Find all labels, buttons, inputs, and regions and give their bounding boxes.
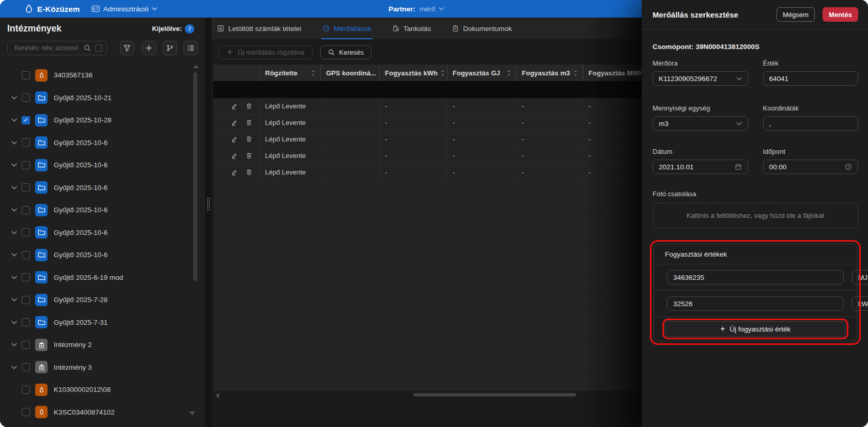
tree-item-checkbox[interactable] <box>22 318 30 326</box>
add-button[interactable] <box>142 41 156 55</box>
filter-button[interactable] <box>120 41 134 55</box>
tree-item[interactable]: Gyűjtő 2025-6-19 mod <box>0 266 205 289</box>
search-icon[interactable] <box>84 44 91 52</box>
tree-item-checkbox[interactable] <box>22 71 30 80</box>
sidebar-scrollbar-thumb[interactable] <box>193 72 197 281</box>
edit-row-icon[interactable] <box>230 119 238 126</box>
tree-item[interactable]: Gyűjtő 2025-10-6 <box>0 222 205 244</box>
admin-menu[interactable]: Adminisztráció <box>91 5 158 13</box>
cancel-button[interactable]: Mégsem <box>777 7 815 22</box>
tree-item-checkbox[interactable] <box>22 296 30 304</box>
sort-icon[interactable] <box>570 70 578 76</box>
partner-selector[interactable]: Partner: mérő <box>389 0 444 18</box>
tree-item[interactable]: Gyűjtő 2025-7-28 <box>0 289 205 311</box>
tree-item-checkbox[interactable] <box>22 228 30 236</box>
tree-structure-button[interactable] <box>163 41 177 55</box>
time-picker[interactable]: 00:00 <box>763 160 859 174</box>
table-search-button[interactable]: Keresés <box>320 45 371 59</box>
column-header[interactable]: GPS koordiná... <box>320 65 379 81</box>
coordinates-input[interactable] <box>763 116 859 131</box>
new-reading-button[interactable]: Új mérőállás rögzítése <box>219 45 313 59</box>
chevron-down-icon[interactable] <box>11 231 17 234</box>
tree-item-checkbox[interactable] <box>22 363 30 371</box>
chevron-down-icon[interactable] <box>11 96 17 100</box>
tree-item[interactable]: Gyűjtő 2025-10-6 <box>0 244 205 266</box>
chevron-down-icon[interactable] <box>11 208 17 212</box>
tree-item-checkbox[interactable] <box>22 93 30 102</box>
date-picker[interactable]: 2021.10.01 <box>653 160 748 174</box>
consumption-value-input[interactable] <box>667 296 844 311</box>
unit-select[interactable]: m3 <box>653 116 748 131</box>
add-consumption-value-button[interactable]: + Új fogyasztási érték <box>665 321 846 337</box>
tree-item[interactable]: Gyűjtő 2025-10-28 <box>0 109 205 132</box>
tree-item-checkbox[interactable] <box>22 408 30 416</box>
tree-item-checkbox[interactable] <box>22 138 30 147</box>
chevron-down-icon[interactable] <box>11 253 17 257</box>
column-header[interactable]: Rögzítette <box>259 65 320 81</box>
brand[interactable]: E-Közüzem <box>25 4 80 13</box>
tree-item[interactable]: K3SC03400874102 <box>0 401 205 424</box>
delete-row-icon[interactable] <box>245 119 253 126</box>
save-button[interactable]: Mentés <box>823 7 858 22</box>
tree-item[interactable]: Intézmény 3 <box>0 356 205 379</box>
horizontal-scrollbar-thumb[interactable] <box>413 393 576 397</box>
tree-item[interactable]: Gyűjtő 2025-10-6 <box>0 177 205 199</box>
delete-row-icon[interactable] <box>245 102 253 110</box>
sort-icon[interactable] <box>308 70 315 76</box>
tree-item-checkbox[interactable] <box>22 273 30 281</box>
sidebar-search-input[interactable] <box>13 44 80 52</box>
tree-item[interactable]: Intézmény 2 <box>0 334 205 356</box>
tree-item[interactable]: Gyűjtő 2025-7-31 <box>0 311 205 334</box>
scroll-down-arrow-icon[interactable] <box>189 412 195 415</box>
table-row[interactable]: Lépő Levente---- <box>213 98 642 115</box>
tree-item[interactable]: Gyűjtő 2025-10-6 <box>0 199 205 222</box>
delete-row-icon[interactable] <box>245 135 253 143</box>
chevron-down-icon[interactable] <box>11 366 17 369</box>
table-row[interactable]: Lépő Levente---- <box>213 115 642 131</box>
tab-m-r-ll-sok[interactable]: Mérőállások <box>321 18 373 39</box>
search-exact-checkbox[interactable] <box>95 44 102 52</box>
chevron-down-icon[interactable] <box>11 343 17 346</box>
table-row[interactable]: Lépő Levente---- <box>213 148 642 164</box>
consumption-unit-select[interactable]: kWh <box>852 296 868 311</box>
tree-item[interactable]: Gyűjtő 2025-10-21 <box>0 87 205 109</box>
scroll-up-arrow-icon[interactable] <box>193 65 198 68</box>
column-header[interactable]: Fogyasztás m3 <box>516 65 583 81</box>
chevron-down-icon[interactable] <box>11 163 17 167</box>
tree-item[interactable]: 3403567136 <box>0 64 205 87</box>
tree-item-checkbox[interactable] <box>22 183 30 192</box>
empty-selected-row[interactable] <box>213 81 642 98</box>
chevron-down-icon[interactable] <box>11 186 17 189</box>
table-row[interactable]: Lépő Levente---- <box>213 131 642 148</box>
sort-icon[interactable] <box>504 70 511 76</box>
chevron-down-icon[interactable] <box>11 321 17 324</box>
sort-icon[interactable] <box>438 70 445 76</box>
edit-row-icon[interactable] <box>230 135 238 143</box>
tree-item-checkbox[interactable] <box>22 251 30 259</box>
tree-item[interactable]: Gyűjtő 2025-10-6 <box>0 154 205 177</box>
column-header[interactable]: Fogyasztás kWh <box>379 65 447 81</box>
table-row[interactable]: Lépő Levente---- <box>213 164 642 181</box>
file-dropzone[interactable]: Kattints a feltöltéshez, vagy húzd ide a… <box>653 203 858 228</box>
tab-dokumentumok[interactable]: Dokumentumok <box>451 18 513 39</box>
delete-row-icon[interactable] <box>245 152 253 160</box>
tree-item[interactable]: K10300002012\08 <box>0 378 205 401</box>
chevron-down-icon[interactable] <box>11 141 17 145</box>
chevron-down-icon[interactable] <box>11 298 17 302</box>
tree-item-checkbox[interactable] <box>22 386 30 394</box>
tree-item-checkbox[interactable] <box>22 116 30 124</box>
chevron-down-icon[interactable] <box>11 118 17 122</box>
list-view-button[interactable] <box>183 41 198 55</box>
consumption-value-input[interactable] <box>667 270 844 284</box>
tree-item-checkbox[interactable] <box>22 341 30 349</box>
scroll-left-arrow-icon[interactable] <box>215 393 219 398</box>
value-input[interactable] <box>763 71 859 86</box>
column-header[interactable]: Fogyasztás MWh <box>583 65 642 81</box>
edit-row-icon[interactable] <box>230 102 238 110</box>
tree-item-checkbox[interactable] <box>22 161 30 169</box>
tree-item[interactable]: Gyűjtő 2025-10-6 <box>0 132 205 154</box>
chevron-down-icon[interactable] <box>11 276 17 279</box>
meter-select[interactable]: K11230905296672 <box>653 71 748 86</box>
tree-item-checkbox[interactable] <box>22 206 30 214</box>
delete-row-icon[interactable] <box>245 168 253 176</box>
